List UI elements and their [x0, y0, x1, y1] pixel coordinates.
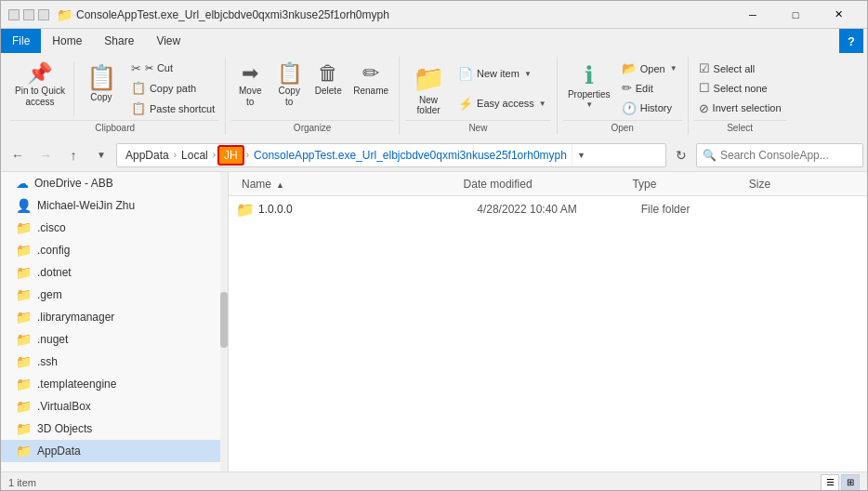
virtualbox-folder-icon: 📁: [16, 399, 32, 414]
sidebar-item-dotnet[interactable]: 📁 .dotnet: [1, 261, 228, 284]
properties-arrow: ▼: [585, 100, 593, 109]
select-all-label: Select all: [714, 63, 756, 74]
up-button[interactable]: ↑: [60, 142, 86, 168]
rename-icon: ✏: [362, 63, 379, 84]
sidebar-item-cisco[interactable]: 📁 .cisco: [1, 217, 228, 239]
properties-button[interactable]: ℹ Properties ▼: [563, 59, 615, 118]
sidebar-item-librarymanager[interactable]: 📁 .librarymanager: [1, 306, 228, 328]
paste-icon: ✂: [131, 61, 141, 75]
copy-path-button[interactable]: 📋 Copy path: [126, 79, 219, 98]
window-folder-icon: 📁: [57, 7, 72, 22]
organize-label: Organize: [231, 120, 393, 133]
cisco-folder-icon: 📁: [16, 220, 32, 235]
sidebar-item-ssh[interactable]: 📁 .ssh: [1, 351, 228, 373]
copy-to-icon: 📋: [277, 63, 302, 84]
templateengine-folder-icon: 📁: [16, 377, 32, 391]
copy-path-icon: 📋: [131, 81, 146, 95]
ribbon-tabs: File Home Share View ?: [1, 29, 867, 53]
sidebar-item-3dobjects[interactable]: 📁 3D Objects: [1, 418, 228, 440]
breadcrumb-sep2: ›: [213, 150, 216, 160]
edit-label: Edit: [636, 83, 653, 94]
sidebar-item-gem[interactable]: 📁 .gem: [1, 284, 228, 306]
librarymanager-folder-icon: 📁: [16, 310, 32, 325]
main-content: ☁ OneDrive - ABB 👤 Michael-WeiJin Zhu 📁 …: [1, 172, 867, 471]
properties-label: Properties: [568, 89, 611, 100]
sidebar-item-appdata[interactable]: 📁 AppData: [1, 440, 228, 462]
copy-path-label: Copy path: [150, 83, 196, 94]
organize-group: ➡ Move to 📋 Copy to 🗑 Delete ✏ Rename Or…: [226, 57, 400, 135]
large-icons-view-button[interactable]: ⊞: [841, 474, 860, 491]
open-button[interactable]: 📂 Open ▼: [617, 60, 682, 78]
table-row[interactable]: 📁 1.0.0.0 4/28/2022 10:40 AM File folder: [229, 196, 867, 222]
breadcrumb-appdata[interactable]: AppData: [123, 147, 172, 164]
sidebar-item-templateengine[interactable]: 📁 .templateengine: [1, 373, 228, 395]
copy-to-button[interactable]: 📋 Copy to: [270, 59, 308, 118]
paste-shortcut-button[interactable]: 📋 Paste shortcut: [126, 100, 219, 118]
sort-arrow-name: ▲: [276, 180, 284, 190]
select-none-icon: ☐: [699, 81, 710, 95]
librarymanager-label: .librarymanager: [37, 311, 114, 324]
sidebar-item-nuget[interactable]: 📁 .nuget: [1, 328, 228, 351]
col-header-name[interactable]: Name ▲: [236, 174, 458, 194]
edit-button[interactable]: ✏ Edit: [617, 79, 682, 98]
select-all-button[interactable]: ☑ Select all: [694, 60, 786, 78]
sidebar-item-config[interactable]: 📁 .config: [1, 239, 228, 261]
edit-icon: ✏: [622, 81, 632, 95]
invert-selection-button[interactable]: ⊘ Invert selection: [694, 99, 786, 117]
clipboard-sep1: [73, 62, 74, 116]
breadcrumb-dropdown[interactable]: ▼: [572, 143, 590, 167]
refresh-button[interactable]: ↻: [668, 142, 694, 168]
easy-access-button[interactable]: ⚡ Easy access ▼: [454, 94, 551, 113]
sidebar-item-onedrive[interactable]: ☁ OneDrive - ABB: [1, 172, 228, 194]
tab-share[interactable]: Share: [93, 29, 145, 53]
maximize-button[interactable]: □: [774, 1, 817, 29]
pin-to-quick-access-button[interactable]: 📌 Pin to Quick access: [10, 59, 70, 118]
view-controls: ☰ ⊞: [821, 474, 860, 491]
open-icon: 📂: [622, 61, 637, 75]
copy-button[interactable]: 📋 Copy: [78, 59, 125, 118]
copy-label: Copy: [90, 92, 112, 102]
select-group: ☑ Select all ☐ Select none ⊘ Invert sele…: [689, 57, 792, 135]
new-folder-button[interactable]: 📁 New folder: [405, 59, 452, 118]
history-button[interactable]: 🕐 History: [617, 99, 682, 117]
clipboard-actions: 📋 Copy: [78, 59, 125, 118]
sidebar-item-user[interactable]: 👤 Michael-WeiJin Zhu: [1, 194, 228, 217]
new-folder-icon: 📁: [413, 63, 445, 95]
select-none-button[interactable]: ☐ Select none: [694, 79, 786, 98]
tab-home[interactable]: Home: [41, 29, 93, 53]
new-item-button[interactable]: 📄 New item ▼: [454, 64, 551, 83]
close-button[interactable]: ✕: [817, 1, 860, 29]
back-button[interactable]: ←: [5, 142, 31, 168]
title-bar: 📁 ConsoleAppTest.exe_Url_elbjcbdve0qxmi3…: [1, 1, 867, 29]
delete-button[interactable]: 🗑 Delete: [309, 59, 347, 118]
breadcrumb-local[interactable]: Local: [178, 147, 211, 164]
status-item-count: 1 item: [8, 477, 36, 488]
tab-view[interactable]: View: [145, 29, 191, 53]
window-controls[interactable]: ─ □ ✕: [731, 1, 860, 29]
minimize-button[interactable]: ─: [731, 1, 774, 29]
title-bar-window-icons: [8, 9, 49, 20]
recent-button[interactable]: ▼: [88, 142, 114, 168]
rename-button[interactable]: ✏ Rename: [349, 59, 393, 118]
gem-label: .gem: [37, 288, 62, 301]
col-header-date[interactable]: Date modified: [458, 174, 627, 194]
paste-button[interactable]: ✂ ✂ Cut: [126, 59, 219, 77]
open-group-items: ℹ Properties ▼ 📂 Open ▼ ✏ Edit 🕐 History: [563, 59, 682, 120]
window-title: ConsoleAppTest.exe_Url_elbjcbdve0qxmi3nk…: [76, 8, 731, 21]
forward-button[interactable]: →: [33, 142, 59, 168]
details-view-button[interactable]: ☰: [821, 474, 839, 491]
search-input[interactable]: [720, 149, 860, 162]
copy-icon: 📋: [86, 63, 116, 92]
copy-to-label: Copy to: [279, 86, 300, 108]
move-to-button[interactable]: ➡ Move to: [231, 59, 269, 118]
tab-file[interactable]: File: [1, 29, 41, 53]
col-header-type[interactable]: Type: [626, 174, 743, 194]
sidebar-scrollbar[interactable]: [220, 172, 228, 471]
col-header-size[interactable]: Size: [743, 174, 860, 194]
search-box: 🔍: [696, 143, 863, 167]
breadcrumb-jh[interactable]: JH: [217, 145, 244, 166]
breadcrumb-folder[interactable]: ConsoleAppTest.exe_Url_elbjcbdve0qxmi3nk…: [251, 147, 570, 164]
sidebar-item-virtualbox[interactable]: 📁 .VirtualBox: [1, 395, 228, 418]
nuget-label: .nuget: [37, 333, 68, 346]
help-button[interactable]: ?: [839, 29, 863, 53]
